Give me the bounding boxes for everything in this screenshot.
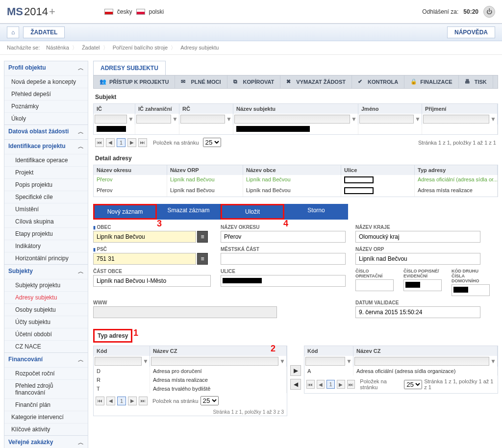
crumb-1[interactable]: Žadatel xyxy=(82,45,111,50)
filter-nazev[interactable] xyxy=(354,357,489,366)
funnel-icon[interactable]: ▼ xyxy=(172,116,178,123)
kraj-field[interactable] xyxy=(355,231,480,243)
side-item[interactable]: Popis projektu xyxy=(4,178,88,191)
side-item[interactable]: Klíčové aktivity xyxy=(4,423,88,435)
side-item[interactable]: Nová depeše a koncepty xyxy=(4,75,88,88)
funnel-icon[interactable]: ▼ xyxy=(226,116,232,123)
pager-size[interactable]: 25 xyxy=(203,138,221,147)
flag-cz-icon[interactable] xyxy=(104,9,113,15)
table-row[interactable]: DAdresa pro doručení xyxy=(94,367,287,375)
tool-kopirovat[interactable]: ⧉KOPÍROVAT xyxy=(227,75,281,88)
zadatel-button[interactable]: ŽADATEL xyxy=(23,26,65,38)
tool-tisk[interactable]: 🖶TISK xyxy=(459,75,493,88)
funnel-icon[interactable]: ▼ xyxy=(351,116,357,123)
funnel-icon[interactable]: ▼ xyxy=(128,116,134,123)
funnel-icon[interactable]: ▼ xyxy=(415,116,421,123)
table-row[interactable]: AAdresa oficiální (adresa sídla organiza… xyxy=(304,367,498,375)
pager-last[interactable]: ⏭ xyxy=(347,380,355,389)
home-button[interactable]: ⌂ xyxy=(7,26,19,38)
side-item[interactable]: Kategorie intervencí xyxy=(4,411,88,423)
move-right-button[interactable]: ▶ xyxy=(290,365,301,376)
lang-pl[interactable]: polski xyxy=(149,8,164,15)
side-financ[interactable]: Financování︿ xyxy=(4,352,88,367)
pager-next[interactable]: ▶ xyxy=(127,138,136,147)
table-row[interactable]: TAdresa trvalého bydliště xyxy=(94,384,287,393)
side-item[interactable]: Poznámky xyxy=(4,100,88,112)
side-item[interactable]: CZ NACE xyxy=(4,340,88,352)
side-item[interactable]: Přehled zdrojů financování xyxy=(4,379,88,398)
col-ic[interactable]: IČ xyxy=(94,104,135,114)
col-jmeno[interactable]: Jméno xyxy=(358,104,422,114)
pager-prev[interactable]: ◀ xyxy=(106,138,115,147)
filter-nazev[interactable] xyxy=(234,115,350,124)
side-item-active[interactable]: Adresy subjektu xyxy=(4,291,88,303)
side-item[interactable]: Osoby subjektu xyxy=(4,303,88,316)
move-left-button[interactable]: ◀ xyxy=(290,379,301,390)
pager-prev[interactable]: ◀ xyxy=(317,380,325,389)
storno-button[interactable]: Storno xyxy=(284,204,348,220)
orient-field[interactable] xyxy=(355,279,394,291)
psc-field[interactable] xyxy=(93,253,196,265)
cast-field[interactable] xyxy=(221,253,346,265)
tool-finalizace[interactable]: 🔒FINALIZACE xyxy=(404,75,458,88)
lang-cz[interactable]: česky xyxy=(117,8,132,15)
picker-icon[interactable]: ≡ xyxy=(197,253,208,265)
side-item[interactable]: Účty subjektu xyxy=(4,316,88,328)
filter-jmeno[interactable] xyxy=(359,115,414,124)
table-row[interactable]: Přerov Lipník nad Bečvou Lipník nad Bečv… xyxy=(94,175,498,186)
tool-vymazat[interactable]: ✖VYMAZAT ŽÁDOST xyxy=(280,75,352,88)
castobce-field[interactable] xyxy=(93,275,211,287)
pager-first[interactable]: ⏮ xyxy=(95,138,104,147)
side-item[interactable]: Přehled depeší xyxy=(4,88,88,100)
side-item[interactable]: Etapy projektu xyxy=(4,227,88,240)
side-item[interactable]: Finanční plán xyxy=(4,398,88,411)
pager-next[interactable]: ▶ xyxy=(128,397,137,405)
col-iczahr[interactable]: IČ zahraniční xyxy=(135,104,179,114)
power-icon[interactable]: ⏻ xyxy=(483,6,495,18)
pager-next[interactable]: ▶ xyxy=(337,380,345,389)
obec-field[interactable] xyxy=(93,231,196,243)
funnel-icon[interactable]: ▼ xyxy=(143,358,149,365)
pager-size[interactable]: 25 xyxy=(404,380,422,389)
col-rc[interactable]: RČ xyxy=(179,104,233,114)
side-item[interactable]: Účetní období xyxy=(4,328,88,340)
side-item[interactable]: Indikátory xyxy=(4,240,88,252)
filter-rc[interactable] xyxy=(180,115,225,124)
filter-nazev[interactable] xyxy=(151,357,278,366)
crumb-0[interactable]: Nástěnka xyxy=(46,45,80,50)
crumb-3[interactable]: Adresy subjektu xyxy=(180,45,219,50)
filter-prijmeni[interactable] xyxy=(423,115,489,124)
filter-iczahr[interactable] xyxy=(136,115,171,124)
side-item[interactable]: Specifické cíle xyxy=(4,191,88,203)
side-subjekty[interactable]: Subjekty︿ xyxy=(4,264,88,279)
side-item[interactable]: Projekt xyxy=(4,166,88,178)
col-nazev[interactable]: Název subjektu xyxy=(233,104,358,114)
crumb-2[interactable]: Pořízení balícího stroje xyxy=(113,45,179,50)
filter-ic[interactable] xyxy=(95,115,127,124)
side-item[interactable]: Subjekty projektu xyxy=(4,279,88,291)
pager-first[interactable]: ⏮ xyxy=(96,397,104,405)
tool-kontrola[interactable]: ✔KONTROLA xyxy=(352,75,404,88)
filter-kod[interactable] xyxy=(95,357,142,366)
side-ident[interactable]: Identifikace projektu︿ xyxy=(4,139,88,154)
side-item[interactable]: Rozpočet roční xyxy=(4,367,88,379)
side-item[interactable]: Umístění xyxy=(4,203,88,215)
pager-prev[interactable]: ◀ xyxy=(106,397,115,405)
tab-adresy[interactable]: ADRESY SUBJEKTU xyxy=(93,61,166,75)
table-row[interactable]: Přerov Lipník nad Bečvou Lipník nad Bečv… xyxy=(94,186,498,197)
funnel-icon[interactable]: ▼ xyxy=(279,358,285,365)
ulozit-button[interactable]: Uložit xyxy=(221,204,284,220)
col-prijmeni[interactable]: Příjmení xyxy=(422,104,498,114)
funnel-icon[interactable]: ▼ xyxy=(346,358,352,365)
pager-last[interactable]: ⏭ xyxy=(138,138,147,147)
pager-size[interactable]: 25 xyxy=(201,396,219,405)
table-row[interactable] xyxy=(94,124,498,134)
orp-field[interactable] xyxy=(355,253,480,265)
pager-last[interactable]: ⏭ xyxy=(139,397,148,405)
funnel-icon[interactable]: ▼ xyxy=(490,116,496,123)
funnel-icon[interactable]: ▼ xyxy=(490,358,496,365)
side-item[interactable]: Identifikace operace xyxy=(4,154,88,166)
pager-first[interactable]: ⏮ xyxy=(306,380,315,389)
tool-plnemoci[interactable]: ✉PLNÉ MOCI xyxy=(175,75,227,88)
picker-icon[interactable]: ≡ xyxy=(197,231,208,243)
